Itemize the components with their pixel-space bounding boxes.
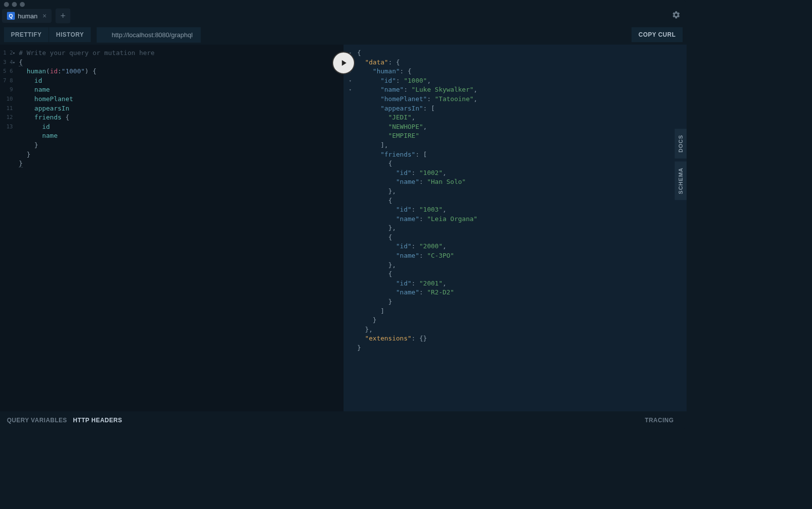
app-window: Q human × + PRETTIFY HISTORY COPY CURL 1… <box>0 0 687 429</box>
query-code[interactable]: # Write your query or mutation here { hu… <box>0 45 344 169</box>
docs-tab[interactable]: DOCS <box>675 129 687 159</box>
http-headers-tab[interactable]: HTTP HEADERS <box>73 417 122 424</box>
copy-curl-button[interactable]: COPY CURL <box>632 27 683 42</box>
tab-label: human <box>18 12 38 20</box>
execute-button[interactable] <box>332 52 355 74</box>
window-titlebar <box>0 0 687 7</box>
add-tab-button[interactable]: + <box>56 8 70 23</box>
tab-human[interactable]: Q human × <box>2 9 52 23</box>
query-editor[interactable]: 1 2 3 4 5 6 7 8 9 10 11 12 13 ▾ ▾ # Writ… <box>0 45 344 411</box>
traffic-min[interactable] <box>12 2 17 7</box>
tracing-tab[interactable]: TRACING <box>645 417 674 424</box>
result-json[interactable]: { "data": { "human": { "id": "1000", "na… <box>344 45 687 353</box>
toolbar: PRETTIFY HISTORY COPY CURL <box>0 25 687 45</box>
gear-icon[interactable] <box>672 10 681 22</box>
side-tabs: DOCS SCHEMA <box>675 129 687 203</box>
fold-gutter: ▾ ▾ <box>11 45 17 67</box>
close-icon[interactable]: × <box>43 12 47 20</box>
footer: QUERY VARIABLES HTTP HEADERS TRACING <box>0 411 687 429</box>
main-area: 1 2 3 4 5 6 7 8 9 10 11 12 13 ▾ ▾ # Writ… <box>0 45 687 411</box>
history-button[interactable]: HISTORY <box>49 27 91 42</box>
tab-icon: Q <box>7 12 15 20</box>
schema-tab[interactable]: SCHEMA <box>675 162 687 200</box>
query-variables-tab[interactable]: QUERY VARIABLES <box>7 417 67 424</box>
traffic-close[interactable] <box>4 2 9 7</box>
traffic-max[interactable] <box>20 2 25 7</box>
result-pane: ▾ ▾ ▾ ▾ ▾ { "data": { "human": { "id": "… <box>344 45 687 411</box>
endpoint-url-input[interactable] <box>97 27 201 43</box>
prettify-button[interactable]: PRETTIFY <box>4 27 49 42</box>
tab-bar: Q human × + <box>0 7 687 25</box>
